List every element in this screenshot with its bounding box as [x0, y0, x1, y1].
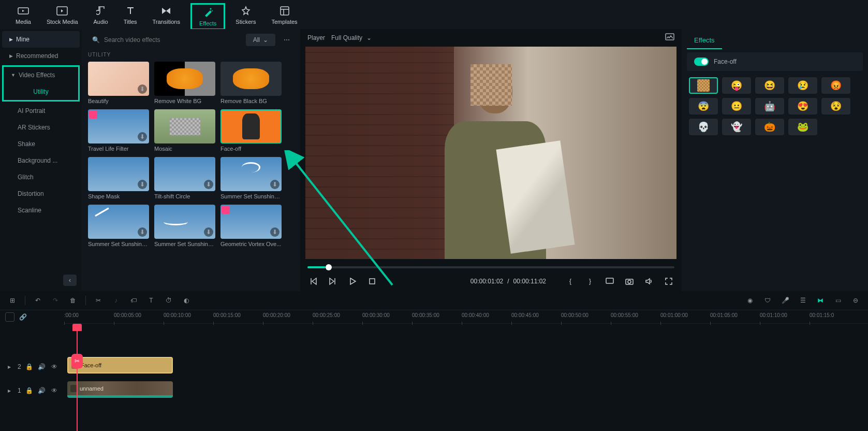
camera-icon[interactable]: [624, 276, 635, 287]
mark-in-button[interactable]: {: [565, 276, 576, 287]
search-input-wrap[interactable]: 🔍: [88, 33, 242, 47]
filter-dropdown[interactable]: All⌄: [246, 34, 275, 46]
audio-tool-icon[interactable]: ♪: [111, 295, 121, 306]
tile-summer1[interactable]: ⬇Summer Set Sunshine ...: [220, 157, 282, 199]
color-icon[interactable]: ◐: [181, 295, 192, 306]
tile-tilt-circle[interactable]: ⬇Tilt-shift Circle: [154, 157, 215, 199]
undo-button[interactable]: ↶: [33, 295, 43, 306]
sidebar-distortion[interactable]: Distortion: [2, 185, 80, 202]
sidebar-utility[interactable]: Utility: [4, 83, 78, 100]
face-mosaic[interactable]: [689, 77, 718, 94]
redo-button[interactable]: ↷: [50, 295, 61, 306]
lock-icon[interactable]: 🔒: [25, 386, 34, 395]
display-icon[interactable]: [604, 276, 615, 287]
mic-icon[interactable]: 🎤: [780, 295, 790, 306]
effect-clip[interactable]: Face-off: [67, 357, 173, 373]
play-button[interactable]: [347, 276, 358, 287]
mixer-icon[interactable]: ☰: [798, 295, 808, 306]
sidebar-glitch[interactable]: Glitch: [2, 169, 80, 185]
tile-summer2[interactable]: ⬇Summer Set Sunshine ...: [88, 205, 149, 247]
mute-icon[interactable]: 🔊: [38, 363, 46, 371]
faceoff-toggle[interactable]: [694, 58, 709, 66]
sidebar-video-effects[interactable]: ▼Video Effects: [4, 67, 78, 83]
render-icon[interactable]: ◉: [745, 295, 755, 306]
next-frame-button[interactable]: [327, 276, 339, 287]
faceoff-property-row[interactable]: Face-off: [687, 52, 863, 71]
tile-beautify[interactable]: ⬇Beautify: [88, 62, 149, 104]
progress-thumb[interactable]: [326, 264, 332, 270]
face-emoji-12[interactable]: 🎃: [755, 119, 784, 135]
nav-stickers[interactable]: Stickers: [230, 3, 261, 27]
face-emoji-1[interactable]: 😜: [722, 77, 751, 94]
face-emoji-9[interactable]: 😵: [821, 98, 850, 114]
tag-icon[interactable]: 🏷: [128, 295, 139, 306]
face-emoji-11[interactable]: 👻: [722, 119, 751, 135]
mark-out-button[interactable]: }: [584, 276, 596, 287]
sidebar-scanline[interactable]: Scanline: [2, 202, 80, 219]
zoom-out-icon[interactable]: ⊖: [850, 295, 861, 306]
tile-shape-mask[interactable]: ⬇Shape Mask: [88, 157, 149, 199]
video-track-head[interactable]: ▸ 1 🔒 🔊 👁: [0, 379, 64, 403]
sidebar-ar-stickers[interactable]: AR Stickers: [2, 119, 80, 136]
layout-icon[interactable]: ▭: [833, 295, 843, 306]
visibility-icon[interactable]: 👁: [50, 363, 58, 371]
effect-track-head[interactable]: ▸ 2 🔒 🔊 👁: [0, 355, 64, 379]
mute-icon[interactable]: 🔊: [38, 386, 46, 395]
magnet-icon[interactable]: ⧓: [815, 295, 826, 306]
face-emoji-6[interactable]: 😐: [722, 98, 751, 114]
prev-frame-button[interactable]: [307, 276, 319, 287]
text-tool-icon[interactable]: T: [146, 295, 156, 306]
tile-mosaic[interactable]: Mosaic: [154, 109, 215, 152]
nav-media[interactable]: Media: [10, 3, 36, 27]
timeline-options-icon[interactable]: [5, 312, 14, 322]
face-emoji-13[interactable]: 🐸: [788, 119, 817, 135]
nav-titles[interactable]: Titles: [119, 3, 142, 27]
stop-button[interactable]: [366, 276, 378, 287]
tile-geometric[interactable]: ⬇Geometric Vortex Ove...: [220, 205, 282, 247]
snapshot-icon[interactable]: [665, 33, 674, 42]
face-emoji-4[interactable]: 😡: [821, 77, 850, 94]
speed-icon[interactable]: ⏱: [164, 295, 174, 306]
delete-button[interactable]: 🗑: [68, 295, 78, 306]
marker-icon[interactable]: 🛡: [762, 295, 773, 306]
playhead-scissor-icon[interactable]: ✂: [71, 354, 83, 368]
nav-stock[interactable]: Stock Media: [41, 3, 83, 27]
nav-transitions[interactable]: Transitions: [148, 3, 185, 27]
more-options[interactable]: ⋯: [279, 34, 294, 46]
tile-remove-black[interactable]: Remove Black BG: [220, 62, 282, 104]
playhead[interactable]: ✂: [77, 324, 78, 431]
volume-icon[interactable]: [643, 276, 655, 287]
sidebar-recommended[interactable]: ▶Recommended: [2, 48, 80, 64]
grid-view-icon[interactable]: ⊞: [7, 295, 18, 306]
link-icon[interactable]: 🔗: [19, 313, 27, 321]
face-emoji-2[interactable]: 😆: [755, 77, 784, 94]
video-clip[interactable]: unnamed: [67, 381, 173, 398]
face-emoji-5[interactable]: 😨: [689, 98, 718, 114]
visibility-icon[interactable]: 👁: [50, 386, 58, 395]
effects-tab[interactable]: Effects: [687, 32, 722, 49]
lock-icon[interactable]: 🔒: [25, 363, 34, 371]
tile-faceoff[interactable]: Face-off: [220, 109, 282, 152]
sidebar-mine[interactable]: ▶Mine: [2, 31, 80, 48]
sidebar-shake[interactable]: Shake: [2, 136, 80, 152]
nav-templates[interactable]: Templates: [266, 3, 302, 27]
nav-audio[interactable]: Audio: [89, 3, 113, 27]
video-preview[interactable]: [305, 47, 676, 259]
tile-travel[interactable]: ⬇Travel Life Filter: [88, 109, 149, 152]
sidebar-scroll-left[interactable]: ‹: [63, 275, 77, 286]
playhead-handle[interactable]: [72, 324, 82, 331]
face-emoji-8[interactable]: 😍: [788, 98, 817, 114]
sidebar-ai-portrait[interactable]: AI Portrait: [2, 103, 80, 119]
search-input[interactable]: [104, 36, 238, 44]
face-emoji-7[interactable]: 🤖: [755, 98, 784, 114]
progress-bar[interactable]: [307, 266, 674, 268]
timeline-ruler[interactable]: :00:0000:00:05:0000:00:10:0000:00:15:000…: [64, 310, 868, 324]
face-emoji-10[interactable]: 💀: [689, 119, 718, 135]
tile-summer3[interactable]: ⬇Summer Set Sunshine ...: [154, 205, 215, 247]
split-button[interactable]: ✂: [93, 295, 104, 306]
tile-remove-white[interactable]: Remove White BG: [154, 62, 215, 104]
face-emoji-3[interactable]: 😢: [788, 77, 817, 94]
nav-effects[interactable]: Effects: [190, 3, 225, 30]
fullscreen-icon[interactable]: [663, 276, 674, 287]
quality-dropdown[interactable]: Full Quality⌄: [331, 34, 372, 41]
